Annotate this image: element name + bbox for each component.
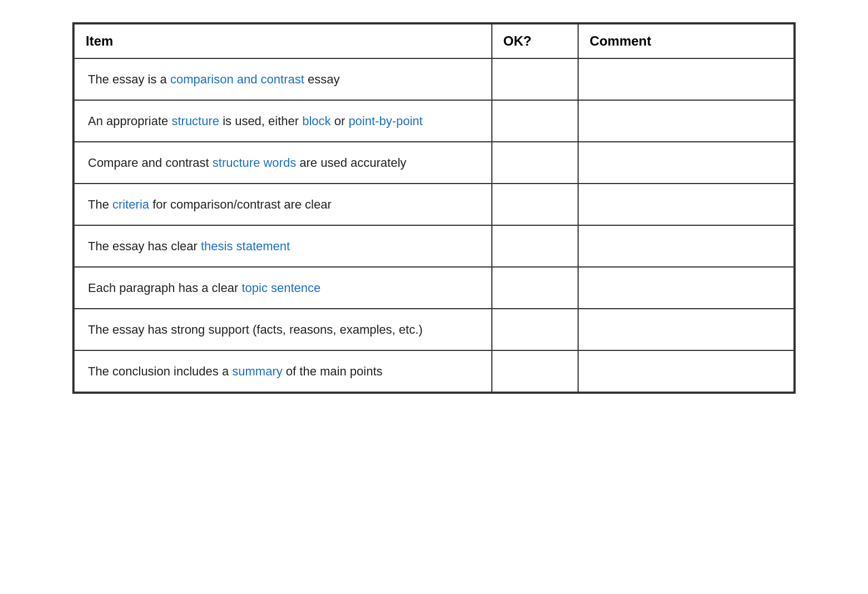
table-row: Each paragraph has a clear topic sentenc… xyxy=(74,267,794,309)
row-3-item: Compare and contrast structure words are… xyxy=(74,142,492,184)
row-4-item: The criteria for comparison/contrast are… xyxy=(74,184,492,225)
header-item: Item xyxy=(74,24,492,58)
linked-term: thesis statement xyxy=(201,239,290,253)
row-6-item: Each paragraph has a clear topic sentenc… xyxy=(74,267,492,309)
table-row: The essay is a comparison and contrast e… xyxy=(74,58,794,100)
row-2-ok xyxy=(492,100,578,142)
header-comment: Comment xyxy=(578,24,794,58)
row-1-item: The essay is a comparison and contrast e… xyxy=(74,58,492,100)
row-8-item: The conclusion includes a summary of the… xyxy=(74,350,492,392)
linked-term: block xyxy=(302,114,331,128)
row-7-ok xyxy=(492,309,578,350)
linked-term: criteria xyxy=(112,197,149,211)
row-5-item: The essay has clear thesis statement xyxy=(74,225,492,267)
table-row: The essay has strong support (facts, rea… xyxy=(74,309,794,350)
row-7-comment xyxy=(578,309,794,350)
row-8-ok xyxy=(492,350,578,392)
table-row: The conclusion includes a summary of the… xyxy=(74,350,794,392)
checklist-table-container: Item OK? Comment The essay is a comparis… xyxy=(72,22,796,394)
row-8-comment xyxy=(578,350,794,392)
row-4-ok xyxy=(492,184,578,225)
linked-term: topic sentence xyxy=(241,281,320,295)
linked-term: structure xyxy=(171,114,219,128)
table-row: An appropriate structure is used, either… xyxy=(74,100,794,142)
row-6-comment xyxy=(578,267,794,309)
table-header-row: Item OK? Comment xyxy=(74,24,794,58)
linked-term: structure words xyxy=(213,156,296,170)
row-2-comment xyxy=(578,100,794,142)
header-ok: OK? xyxy=(492,24,578,58)
row-7-item: The essay has strong support (facts, rea… xyxy=(74,309,492,350)
linked-term: point-by-point xyxy=(348,114,422,128)
row-6-ok xyxy=(492,267,578,309)
table-row: The essay has clear thesis statement xyxy=(74,225,794,267)
row-1-ok xyxy=(492,58,578,100)
row-1-comment xyxy=(578,58,794,100)
table-row: The criteria for comparison/contrast are… xyxy=(74,184,794,225)
row-2-item: An appropriate structure is used, either… xyxy=(74,100,492,142)
row-5-comment xyxy=(578,225,794,267)
row-3-comment xyxy=(578,142,794,184)
table-row: Compare and contrast structure words are… xyxy=(74,142,794,184)
linked-term: comparison and contrast xyxy=(170,72,304,86)
checklist-table: Item OK? Comment The essay is a comparis… xyxy=(73,23,795,393)
row-4-comment xyxy=(578,184,794,225)
row-3-ok xyxy=(492,142,578,184)
row-5-ok xyxy=(492,225,578,267)
linked-term: summary xyxy=(232,364,282,378)
